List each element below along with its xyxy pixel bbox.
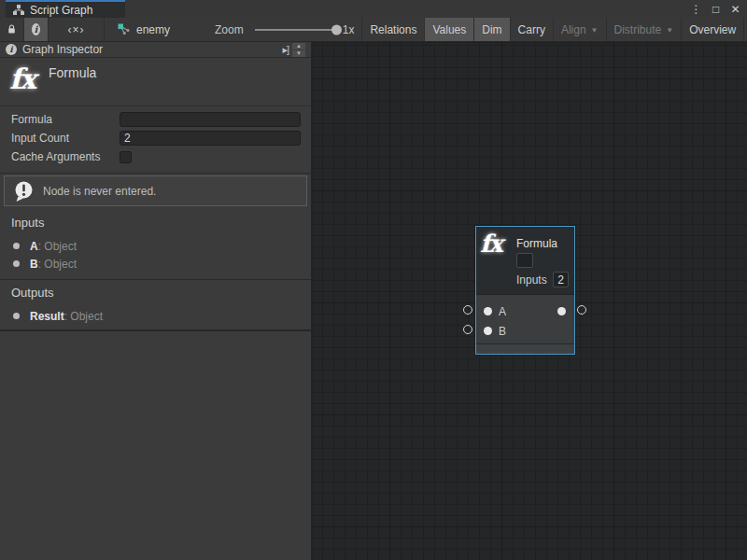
formula-node-inputs-label: Inputs [516, 273, 547, 287]
graph-canvas[interactable]: fx Formula Inputs 2 A B [312, 42, 747, 560]
inspector-toggle-button[interactable]: i [24, 18, 49, 41]
inspector-node-title: Formula [49, 65, 96, 80]
tab-script-graph[interactable]: Script Graph [6, 0, 125, 18]
script-graph-asset-icon [118, 23, 131, 35]
port-b-label: B [499, 325, 506, 338]
formula-input[interactable] [120, 112, 301, 127]
zoom-slider-knob[interactable] [331, 24, 342, 35]
values-button[interactable]: Values [425, 18, 474, 41]
input-count-field-row: Input Count [0, 129, 311, 147]
formula-node-title: Formula [516, 237, 557, 250]
close-icon[interactable]: ✕ [727, 1, 743, 17]
toolbar-right-group: Relations Values Dim Carry Align ▼ Distr… [361, 18, 747, 41]
graph-reference-label: enemy [136, 23, 170, 36]
outputs-section-header: Outputs [11, 286, 54, 300]
port-bullet-icon [13, 313, 20, 319]
title-bar: Script Graph ⋮ □ ✕ [0, 0, 747, 18]
input-port-row-b: B : Object [0, 255, 311, 273]
input-port-b[interactable] [484, 327, 492, 335]
divider [0, 173, 311, 174]
connection-hint-port-b[interactable] [463, 325, 472, 334]
formula-field-label: Formula [0, 113, 120, 126]
zoom-control: Zoom 1x [202, 18, 361, 41]
formula-field-row: Formula [0, 110, 311, 129]
formula-node-input[interactable] [516, 253, 533, 268]
fx-icon: fx [9, 63, 47, 95]
formula-node-footer [476, 343, 574, 354]
cache-arguments-checkbox[interactable] [120, 151, 132, 163]
connection-hint-port-a[interactable] [463, 305, 472, 315]
lock-icon [7, 23, 16, 35]
port-bullet-icon [13, 260, 20, 267]
warning-bubble-icon [13, 180, 35, 203]
overview-button[interactable]: Overview [682, 18, 744, 41]
zoom-slider[interactable] [255, 29, 337, 31]
formula-node[interactable]: fx Formula Inputs 2 A B [475, 226, 575, 355]
input-count-label: Input Count [0, 132, 120, 145]
warning-box: Node is never entered. [4, 175, 307, 206]
divider [0, 329, 311, 331]
inputs-section-header: Inputs [11, 216, 44, 230]
carry-button[interactable]: Carry [511, 18, 554, 41]
input-count-input[interactable] [120, 131, 301, 146]
window-controls: ⋮ □ ✕ [688, 0, 743, 18]
connection-hint-port-result[interactable] [577, 305, 586, 315]
info-icon: i [32, 23, 40, 35]
fx-icon: fx [480, 230, 501, 258]
tab-label: Script Graph [30, 4, 92, 17]
spinner-down-icon[interactable]: ▼ [292, 50, 305, 57]
divider [0, 279, 311, 280]
divider [0, 105, 311, 106]
graph-inspector-header: i Graph Inspector ▸] ▲ ▼ [0, 42, 311, 58]
warning-text: Node is never entered. [43, 185, 156, 198]
main-area: i Graph Inspector ▸] ▲ ▼ fx Formula Form… [0, 42, 747, 560]
relations-button[interactable]: Relations [362, 18, 425, 41]
graph-inspector-title: Graph Inspector [22, 43, 103, 56]
align-dropdown[interactable]: Align ▼ [554, 18, 607, 41]
cache-arguments-label: Cache Arguments [0, 150, 120, 163]
formula-node-count-input[interactable]: 2 [553, 272, 569, 287]
code-icon: ‹×› [68, 23, 85, 36]
spinner-up-icon[interactable]: ▲ [292, 43, 305, 49]
graph-inspector-panel: i Graph Inspector ▸] ▲ ▼ fx Formula Form… [0, 42, 312, 560]
info-icon: i [6, 44, 17, 55]
port-a-label: A [499, 305, 506, 318]
dim-button[interactable]: Dim [474, 18, 510, 41]
input-port-row-a: A : Object [0, 237, 311, 255]
port-bullet-icon [13, 243, 20, 249]
preview-code-button[interactable]: ‹×› [49, 18, 105, 41]
unity-script-graph-window: Script Graph ⋮ □ ✕ i ‹×› [0, 0, 747, 560]
graph-toolbar: i ‹×› enemy Zoom 1x Relations [0, 18, 747, 42]
distribute-dropdown[interactable]: Distribute ▼ [607, 18, 683, 41]
cache-arguments-field-row: Cache Arguments [0, 147, 311, 166]
maximize-icon[interactable]: □ [708, 1, 724, 17]
dock-panel-icon[interactable]: ▸] [282, 44, 289, 56]
formula-node-body: A B [476, 294, 574, 343]
chevron-down-icon: ▼ [591, 26, 599, 35]
graph-reference-button[interactable]: enemy [105, 18, 177, 41]
zoom-label: Zoom [209, 23, 249, 36]
graph-hierarchy-icon [13, 5, 24, 15]
chevron-down-icon: ▼ [666, 26, 673, 35]
input-port-a[interactable] [484, 307, 492, 315]
lock-button[interactable] [0, 18, 24, 41]
output-port-row-result: Result : Object [0, 307, 311, 325]
panel-spinner: ▲ ▼ [292, 43, 305, 57]
zoom-level-value: 1x [343, 23, 355, 36]
menu-icon[interactable]: ⋮ [688, 1, 704, 17]
formula-node-header: fx Formula Inputs 2 [476, 227, 574, 294]
output-port-result[interactable] [557, 307, 566, 315]
